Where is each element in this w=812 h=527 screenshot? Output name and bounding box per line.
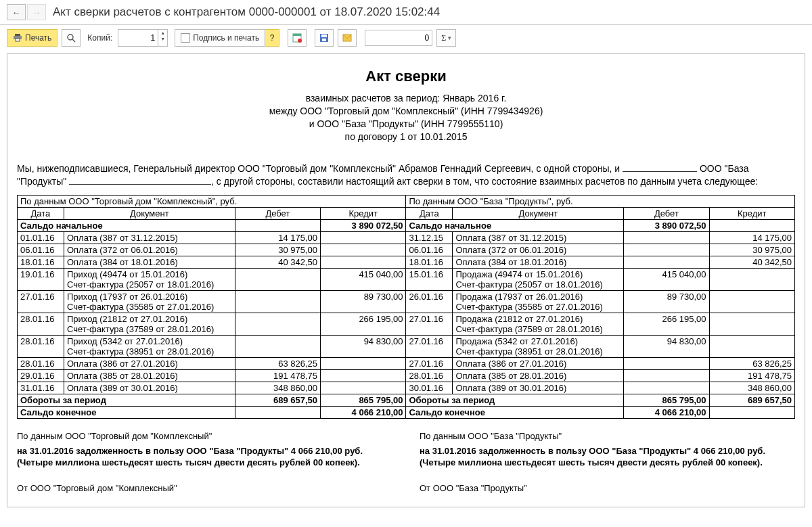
forward-button[interactable]: → bbox=[27, 4, 46, 20]
document-body: Акт сверки взаимных расчетов за период: … bbox=[7, 53, 805, 507]
sum-field[interactable] bbox=[365, 30, 432, 46]
svg-rect-6 bbox=[293, 34, 301, 36]
sign-checkbox[interactable] bbox=[181, 33, 190, 43]
save-button[interactable] bbox=[315, 29, 334, 47]
back-button[interactable]: ← bbox=[7, 4, 26, 20]
magnifier-icon bbox=[66, 33, 76, 43]
email-button[interactable] bbox=[338, 29, 357, 47]
print-button[interactable]: Печать bbox=[7, 29, 58, 47]
sigma-icon: Σ bbox=[441, 33, 446, 43]
svg-point-3 bbox=[68, 35, 73, 40]
printer-icon bbox=[13, 34, 22, 42]
table-row: 27.01.16Приход (17937 от 26.01.2016)Счет… bbox=[18, 291, 795, 313]
doc-subtitle: взаимных расчетов за период: Январь 2016… bbox=[17, 92, 795, 143]
table-row: 01.01.16Оплата (387 от 31.12.2015)14 175… bbox=[18, 232, 795, 244]
sum-menu-button[interactable]: Σ ▾ bbox=[436, 29, 456, 47]
sheet-icon bbox=[292, 33, 302, 43]
table-row: 18.01.16Оплата (384 от 18.01.2016)40 342… bbox=[18, 256, 795, 269]
chevron-down-icon: ▾ bbox=[448, 35, 451, 41]
floppy-icon bbox=[319, 33, 329, 43]
table-row: 28.01.16Приход (21812 от 27.01.2016)Счет… bbox=[18, 313, 795, 336]
footer-summary: По данным ООО "Торговый дом "Комплексный… bbox=[17, 431, 795, 468]
copies-field[interactable]: ▲ ▼ bbox=[118, 29, 168, 47]
copies-down[interactable]: ▼ bbox=[158, 36, 167, 42]
doc-title: Акт сверки bbox=[17, 68, 795, 85]
svg-rect-10 bbox=[322, 39, 326, 41]
table-row: 19.01.16Приход (49474 от 15.01.2016)Счет… bbox=[18, 269, 795, 291]
window-title: Акт сверки расчетов с контрагентом 0000-… bbox=[53, 5, 440, 19]
copies-label: Копий: bbox=[87, 33, 112, 43]
table-row: 28.01.16Приход (5342 от 27.01.2016)Счет-… bbox=[18, 336, 795, 358]
svg-line-4 bbox=[72, 39, 75, 42]
signature-row: От ООО "Торговый дом "Комплексный" От ОО… bbox=[17, 483, 795, 493]
copies-input[interactable] bbox=[118, 30, 158, 46]
table-row: 06.01.16Оплата (372 от 06.01.2016)30 975… bbox=[18, 244, 795, 256]
svg-rect-9 bbox=[321, 35, 327, 37]
sign-and-print-button[interactable]: Подпись и печать bbox=[175, 29, 265, 47]
preview-button[interactable] bbox=[62, 29, 81, 47]
svg-point-7 bbox=[298, 39, 302, 43]
preamble: Мы, нижеподписавшиеся, Генеральный дирек… bbox=[17, 162, 795, 188]
copies-up[interactable]: ▲ bbox=[158, 30, 167, 36]
table-row: 28.01.16Оплата (386 от 27.01.2016)63 826… bbox=[18, 358, 795, 370]
svg-rect-2 bbox=[16, 39, 20, 41]
table-row: 29.01.16Оплата (385 от 28.01.2016)191 47… bbox=[18, 370, 795, 382]
table-row: 31.01.16Оплата (389 от 30.01.2016)348 86… bbox=[18, 382, 795, 394]
svg-rect-0 bbox=[15, 34, 20, 36]
sheet-options-button[interactable] bbox=[288, 29, 307, 47]
act-table: По данным ООО "Торговый дом "Комплексный… bbox=[17, 195, 795, 419]
help-button[interactable]: ? bbox=[265, 29, 279, 47]
envelope-icon bbox=[342, 34, 352, 42]
